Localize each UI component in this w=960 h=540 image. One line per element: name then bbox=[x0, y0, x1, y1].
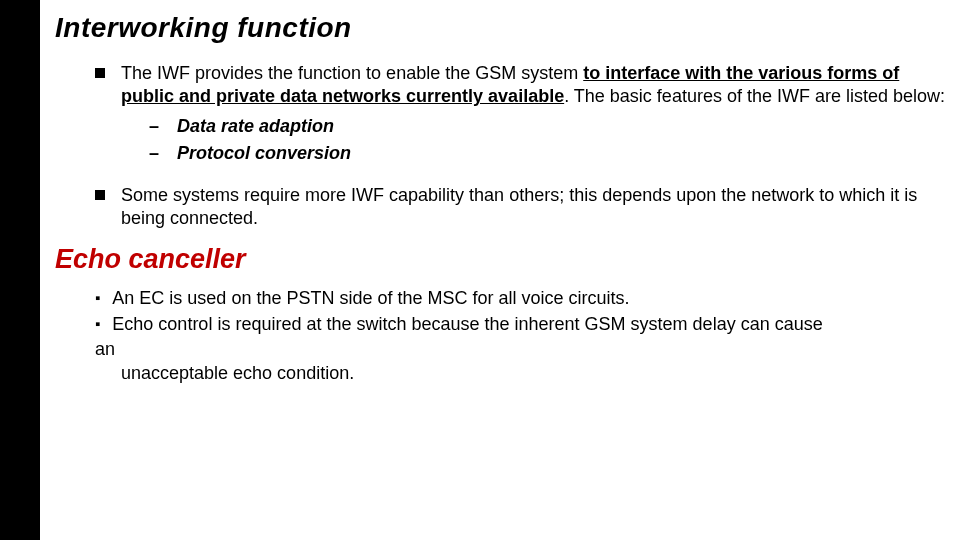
heading-interworking: Interworking function bbox=[55, 12, 945, 44]
ec-bullet-group: ▪ An EC is used on the PSTN side of the … bbox=[95, 287, 945, 385]
square-outline-bullet-icon: ▪ bbox=[95, 287, 100, 310]
dash-icon: – bbox=[149, 142, 163, 165]
sub-a-text: Data rate adaption bbox=[177, 115, 334, 138]
heading-echo: Echo canceller bbox=[55, 244, 945, 275]
bullet-1-text: The IWF provides the function to enable … bbox=[121, 62, 945, 170]
ec-bullet-1: ▪ An EC is used on the PSTN side of the … bbox=[95, 287, 945, 310]
bullet-group-2: Some systems require more IWF capability… bbox=[95, 184, 945, 231]
left-sidebar bbox=[0, 0, 40, 540]
bullet-1-pre: The IWF provides the function to enable … bbox=[121, 63, 583, 83]
ec-2-an: an bbox=[95, 338, 945, 361]
slide-content: Interworking function The IWF provides t… bbox=[55, 12, 945, 385]
bullet-1: The IWF provides the function to enable … bbox=[95, 62, 945, 170]
bullet-2: Some systems require more IWF capability… bbox=[95, 184, 945, 231]
square-outline-bullet-icon: ▪ bbox=[95, 313, 100, 336]
sub-bullet-a: – Data rate adaption bbox=[149, 115, 945, 138]
sub-bullet-group: – Data rate adaption – Protocol conversi… bbox=[149, 115, 945, 166]
sub-b-text: Protocol conversion bbox=[177, 142, 351, 165]
dash-icon: – bbox=[149, 115, 163, 138]
ec-bullet-2: ▪ Echo control is required at the switch… bbox=[95, 313, 945, 336]
square-bullet-icon bbox=[95, 190, 105, 200]
sub-bullet-b: – Protocol conversion bbox=[149, 142, 945, 165]
ec-1-text: An EC is used on the PSTN side of the MS… bbox=[112, 287, 629, 310]
bullet-1-post: . The basic features of the IWF are list… bbox=[564, 86, 945, 106]
bullet-2-text: Some systems require more IWF capability… bbox=[121, 184, 945, 231]
bullet-group-1: The IWF provides the function to enable … bbox=[95, 62, 945, 170]
square-bullet-icon bbox=[95, 68, 105, 78]
ec-2-line1: Echo control is required at the switch b… bbox=[112, 313, 822, 336]
ec-2-line2: unacceptable echo condition. bbox=[121, 362, 945, 385]
